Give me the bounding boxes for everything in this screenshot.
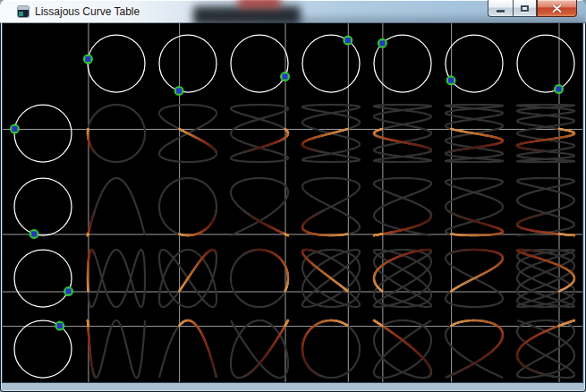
lissajous-canvas	[3, 23, 582, 382]
titlebar[interactable]: Lissajous Curve Table	[0, 0, 586, 23]
window-controls	[488, 0, 577, 17]
aero-glass-smudge	[193, 6, 301, 23]
close-button[interactable]	[537, 0, 577, 17]
app-icon	[18, 6, 29, 17]
aero-glass-shadow	[295, 18, 586, 23]
minimize-button[interactable]	[488, 0, 513, 17]
maximize-button[interactable]	[513, 0, 537, 17]
window-title: Lissajous Curve Table	[35, 4, 140, 19]
maximize-icon	[521, 5, 529, 12]
close-icon	[552, 4, 562, 13]
app-window: Lissajous Curve Table	[0, 0, 586, 392]
aero-glass-smudge-red	[238, 0, 281, 8]
minimize-icon	[497, 10, 505, 13]
